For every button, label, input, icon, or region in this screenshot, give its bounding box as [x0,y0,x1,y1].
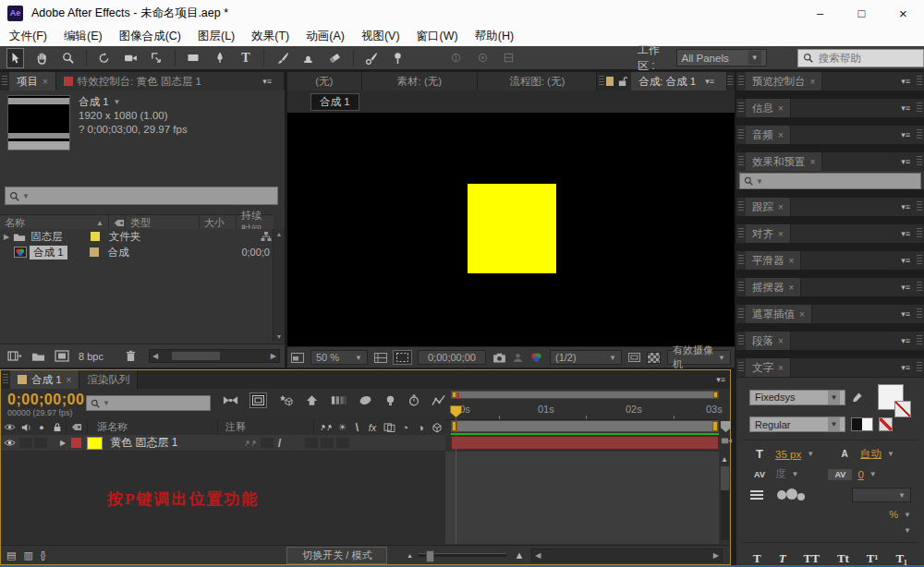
navigator-start-handle[interactable] [452,392,456,398]
tab-preview[interactable]: 预览控制台× [746,72,822,90]
scrollbar-thumb[interactable] [172,352,220,360]
column-label[interactable] [109,215,126,230]
close-tab-icon[interactable]: × [67,375,72,385]
timeline-navigator-bar[interactable] [451,391,719,399]
layer-label-chip[interactable] [71,438,81,448]
item-name-selected[interactable]: 合成 1 [30,246,67,259]
chevron-down-icon[interactable]: ▼ [792,470,799,478]
region-of-interest-icon[interactable] [394,351,411,364]
stroke-color-swatch[interactable] [894,401,911,417]
tsume-select[interactable]: ▼ [852,488,911,502]
subscript-button[interactable]: T₁ [895,551,907,566]
menu-help[interactable]: 帮助(H) [475,29,514,44]
panel-gripper[interactable] [738,201,744,212]
quality-best-icon[interactable]: \ [278,437,281,450]
target-region-icon[interactable] [628,353,640,362]
cube-toggle-box[interactable] [336,438,349,448]
collapse-transformations-icon[interactable]: ☀ [334,422,350,432]
tab-layer-viewer[interactable]: (无) [287,72,362,90]
chevron-down-icon[interactable]: ▼ [869,470,877,478]
panel-gripper[interactable] [917,335,922,346]
scroll-left-icon[interactable]: ◀ [532,551,543,560]
close-tab-icon[interactable]: × [778,363,784,373]
shy-layers-icon[interactable] [278,394,293,406]
column-size[interactable]: 大小 [200,215,237,230]
menu-layer[interactable]: 图层(L) [198,29,235,44]
adjustment-toggle-box[interactable] [321,438,334,448]
panel-gripper[interactable] [738,228,744,239]
tab-info[interactable]: 信息× [746,99,791,117]
lock-icon[interactable] [49,422,66,432]
yellow-solid-layer[interactable] [468,184,556,273]
draft-3d-icon[interactable] [250,393,266,407]
tab-timeline-comp[interactable]: 合成 1 × [10,370,79,389]
panel-gripper[interactable] [917,255,922,266]
panel-gripper[interactable] [738,335,744,346]
view-layout-icon[interactable] [291,353,304,363]
panel-gripper[interactable] [599,76,604,87]
in-out-columns-icon[interactable]: { } [41,550,43,561]
timeline-zoom-slider[interactable] [419,553,506,557]
panel-menu-icon[interactable]: ▾≡ [896,72,915,90]
fill-color-swatch[interactable] [878,384,904,410]
disclosure-icon[interactable]: ▶ [4,233,9,241]
panel-gripper[interactable] [917,362,922,373]
help-search-input[interactable] [817,52,919,65]
chevron-down-icon[interactable]: ▼ [904,511,911,519]
project-scrollbar[interactable]: ▲ ▼ [273,229,285,342]
show-snapshot-icon[interactable] [513,353,523,363]
panel-gripper[interactable] [738,156,744,167]
tab-flowchart-viewer[interactable]: 流程图: (无) [478,72,597,90]
project-search[interactable]: ▼ [5,187,278,205]
column-duration[interactable]: 持续时间 [237,215,274,230]
panel-gripper[interactable] [738,129,744,140]
small-caps-button[interactable]: Tt [837,551,849,566]
panel-menu-icon[interactable]: ▾≡ [896,358,915,377]
panel-gripper[interactable] [917,308,922,320]
column-source-name[interactable]: 源名称 [88,420,217,434]
scale-percent-value[interactable]: % [889,509,898,520]
panel-menu-icon[interactable]: ▾≡ [896,224,915,243]
panel-menu-icon[interactable]: ▾≡ [258,77,276,86]
layer-row[interactable]: ▶ 黄色 固态层 1 \ [1,435,445,452]
audio-speaker-icon[interactable] [18,423,34,432]
layer-name[interactable]: 黄色 固态层 1 [110,435,177,451]
expand-columns-icon[interactable]: ▥ [23,549,32,561]
panel-menu-icon[interactable]: ▾≡ [711,370,730,389]
scroll-right-icon[interactable]: ▶ [268,352,279,360]
panel-menu-icon[interactable]: ▾≡ [896,152,915,171]
chevron-down-icon[interactable]: ▼ [887,450,894,458]
adjustment-layer-icon[interactable]: ◑ [413,422,429,433]
layer-visibility-eye-icon[interactable] [1,439,18,447]
scroll-down-icon[interactable]: ▼ [274,332,285,342]
panel-gripper[interactable] [738,362,744,373]
tab-render-queue[interactable]: 渲染队列 [79,370,138,389]
viewer-timecode[interactable]: 0;00;00;00 [418,350,486,365]
panel-gripper[interactable] [738,308,744,320]
scroll-up-icon[interactable]: ▲ [721,455,728,464]
menu-animation[interactable]: 动画(A) [306,29,345,44]
close-tab-icon[interactable]: × [778,229,784,239]
trash-icon[interactable] [126,350,136,362]
magnification-select[interactable]: 50 % ▼ [310,350,368,365]
layer-solid-swatch[interactable] [87,437,103,450]
chevron-down-icon[interactable]: ▼ [114,95,121,109]
time-ruler[interactable]: :00s 01s 02s 03s [445,400,719,420]
close-tab-icon[interactable]: × [810,77,816,87]
layer-duration-bar[interactable] [451,436,719,450]
frame-counter[interactable]: 00000 (29.97 fps) [7,408,73,417]
label-color-chip[interactable] [90,247,99,257]
panel-menu-icon[interactable]: ▾≡ [896,126,915,144]
panel-gripper[interactable] [738,103,744,114]
camera-tool[interactable] [123,49,139,67]
panel-gripper[interactable] [917,76,922,87]
video-eye-icon[interactable] [1,423,18,431]
rotation-tool[interactable] [96,49,112,67]
puppet-pin-tool[interactable] [390,49,406,67]
motion-blur-icon[interactable]: ◔ [397,422,413,433]
menu-effect[interactable]: 效果(T) [251,29,289,44]
all-caps-button[interactable]: TT [804,551,820,566]
close-tab-icon[interactable]: × [778,130,784,140]
panel-menu-icon[interactable]: ▾≡ [896,278,915,296]
project-hscrollbar[interactable]: ◀ ▶ [149,349,280,363]
